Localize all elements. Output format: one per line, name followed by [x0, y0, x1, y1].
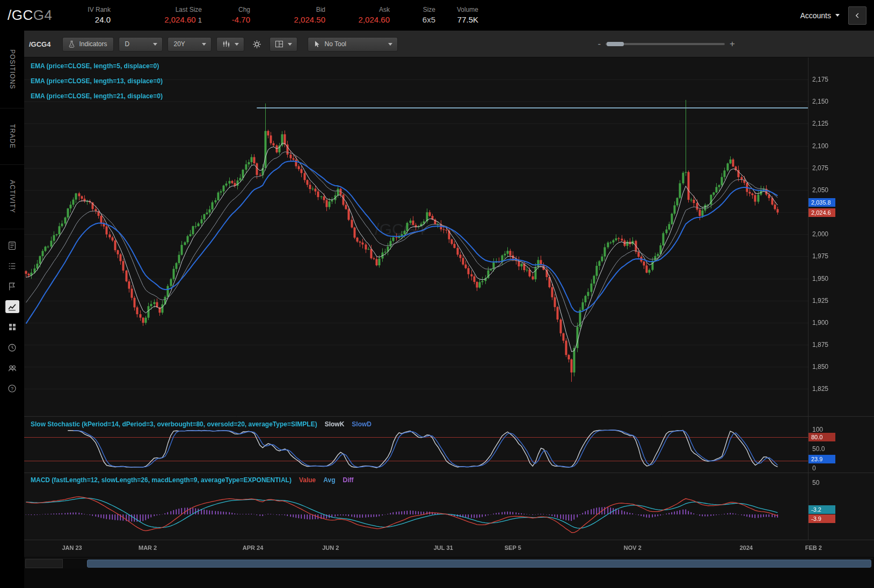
- tab-label: TRADE: [9, 124, 16, 149]
- stat-last-size: Last Size 2,024.60 1: [132, 6, 202, 25]
- stat-bid: Bid 2,024.50: [272, 6, 325, 25]
- sidebar-tab-positions[interactable]: POSITIONS: [0, 31, 24, 108]
- stat-change: Chg -4.70: [218, 6, 250, 25]
- sidebar-tab-activity[interactable]: ACTIVITY: [0, 165, 24, 229]
- flexible-grid-icon: [275, 40, 283, 48]
- stat-label: Bid: [272, 6, 325, 13]
- range-value: 20Y: [174, 40, 185, 48]
- quote-header: /GCG4 IV Rank 24.0 Last Size 2,024.60 1 …: [0, 0, 874, 31]
- range-dropdown[interactable]: 20Y: [167, 37, 212, 52]
- accounts-label: Accounts: [800, 11, 831, 20]
- study-label-ema13[interactable]: EMA (price=CLOSE, length=13, displace=0): [31, 74, 163, 89]
- indicators-label: Indicators: [79, 40, 107, 48]
- stat-value: 2,024.50: [272, 14, 325, 25]
- grid-icon[interactable]: [5, 321, 19, 333]
- tab-label: ACTIVITY: [9, 180, 16, 213]
- last-size: 1: [198, 16, 202, 24]
- trade-flag-icon[interactable]: [5, 280, 19, 293]
- chart-region: EMA (price=CLOSE, length=5, displace=0) …: [24, 57, 874, 557]
- stat-label: Ask: [336, 6, 390, 13]
- stat-volume: Volume 77.5K: [443, 6, 478, 25]
- scrollbar-left-segment[interactable]: [25, 559, 63, 568]
- stat-ask: Ask 2,024.60: [336, 6, 390, 25]
- chevron-down-icon: [153, 43, 157, 46]
- stat-value: 24.0: [73, 14, 111, 25]
- grid-layout-dropdown[interactable]: [270, 37, 297, 52]
- stat-value: 77.5K: [443, 14, 478, 25]
- chart-type-dropdown[interactable]: [216, 37, 244, 52]
- history-icon[interactable]: [5, 341, 19, 354]
- study-label-ema21[interactable]: EMA (price=CLOSE, length=21, displace=0): [31, 89, 163, 104]
- zoom-out-button[interactable]: -: [593, 39, 606, 49]
- sidebar-gadget-icons: ?: [0, 239, 24, 395]
- drawing-tool-dropdown[interactable]: No Tool: [308, 37, 398, 52]
- accounts-dropdown[interactable]: Accounts: [800, 11, 840, 20]
- chart-toolbar: /GCG4 Indicators D 20Y: [28, 37, 874, 52]
- watchlist-icon[interactable]: [5, 259, 19, 272]
- stat-label: Volume: [443, 6, 478, 13]
- collapse-panel-button[interactable]: [848, 6, 866, 25]
- stat-value: 6x5: [411, 14, 435, 25]
- report-icon[interactable]: [5, 239, 19, 252]
- zoom-slider-thumb[interactable]: [607, 42, 624, 46]
- zoom-slider[interactable]: [606, 43, 725, 45]
- timeframe-value: D: [125, 40, 130, 48]
- zoom-in-button[interactable]: +: [725, 39, 740, 49]
- help-icon[interactable]: ?: [5, 382, 19, 395]
- gear-icon: [252, 40, 261, 49]
- timeframe-dropdown[interactable]: D: [119, 37, 163, 52]
- community-icon[interactable]: [5, 361, 19, 374]
- charts-icon[interactable]: [5, 300, 19, 313]
- tool-label: No Tool: [325, 40, 346, 48]
- stat-label: Size: [411, 6, 435, 13]
- chevron-down-icon: [835, 14, 840, 17]
- sidebar-tab-trade[interactable]: TRADE: [0, 108, 24, 165]
- chevron-down-icon: [288, 43, 292, 46]
- instrument-symbol[interactable]: /GCG4: [8, 7, 68, 24]
- settings-button[interactable]: [249, 37, 265, 52]
- price-chart-canvas[interactable]: [24, 57, 874, 557]
- symbol-root: /GC: [8, 7, 33, 23]
- stat-label: Chg: [218, 6, 250, 13]
- candlestick-chart-icon: [222, 40, 230, 48]
- chart-symbol-input[interactable]: /GCG4: [29, 40, 50, 48]
- stat-value: 2,024.60: [336, 14, 390, 25]
- stat-value: -4.70: [218, 14, 250, 25]
- study-labels: EMA (price=CLOSE, length=5, displace=0) …: [31, 59, 163, 104]
- svg-text:?: ?: [11, 386, 13, 391]
- flask-icon: [68, 40, 76, 48]
- cursor-icon: [313, 40, 321, 48]
- chevron-down-icon: [202, 43, 206, 46]
- stat-iv-rank: IV Rank 24.0: [73, 6, 111, 25]
- chart-panel: /GCG4 Indicators D 20Y: [24, 31, 874, 588]
- hscroll-thumb[interactable]: [87, 560, 871, 568]
- stat-size: Size 6x5: [411, 6, 435, 25]
- chevron-down-icon: [388, 43, 392, 46]
- zoom-control: - +: [593, 39, 740, 49]
- indicators-button[interactable]: Indicators: [62, 37, 113, 52]
- study-label-ema5[interactable]: EMA (price=CLOSE, length=5, displace=0): [31, 59, 163, 74]
- chevron-down-icon: [235, 43, 239, 46]
- symbol-contract: G4: [33, 7, 53, 23]
- stat-label: IV Rank: [73, 6, 111, 13]
- stat-label: Last Size: [132, 6, 202, 13]
- last-price: 2,024.60: [164, 15, 195, 24]
- left-sidebar: POSITIONS TRADE ACTIVITY: [0, 31, 24, 588]
- horizontal-scrollbar[interactable]: [25, 558, 873, 569]
- app-window: /GCG4 IV Rank 24.0 Last Size 2,024.60 1 …: [0, 0, 874, 588]
- chevron-left-icon: [854, 12, 861, 19]
- tab-label: POSITIONS: [9, 49, 16, 89]
